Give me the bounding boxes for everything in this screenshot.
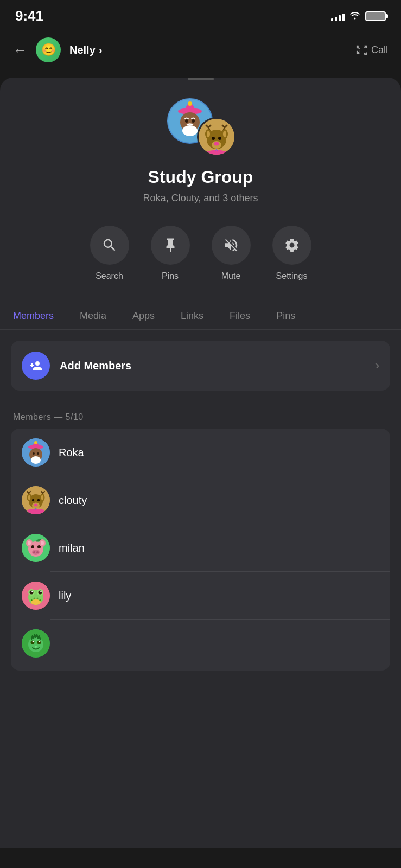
svg-point-62 [33, 641, 34, 642]
member-name-clouty: clouty [59, 494, 87, 507]
member-name-lily: lily [59, 590, 71, 602]
mute-action-icon [212, 226, 251, 265]
contact-name-row[interactable]: Nelly › [69, 44, 347, 56]
svg-point-64 [35, 646, 37, 648]
member-avatar-milan [22, 534, 50, 562]
deer-avatar-svg [199, 119, 234, 155]
modal-sheet: Study Group Roka, Clouty, and 3 others S… [0, 78, 401, 848]
tab-pins[interactable]: Pins [263, 303, 308, 329]
svg-point-52 [39, 591, 42, 595]
svg-point-25 [37, 452, 39, 455]
wifi-icon [349, 10, 361, 22]
tab-files[interactable]: Files [217, 303, 263, 329]
tab-apps[interactable]: Apps [119, 303, 168, 329]
members-list: Roka [11, 429, 390, 671]
svg-point-35 [34, 504, 38, 507]
svg-point-23 [31, 456, 41, 464]
svg-point-59 [28, 637, 43, 652]
member-avatar-last [22, 629, 50, 658]
settings-action-label: Settings [276, 271, 308, 281]
pins-action[interactable]: Pins [151, 226, 190, 281]
contact-avatar: 😊 [36, 37, 61, 62]
status-bar: 9:41 [0, 0, 401, 30]
drag-handle[interactable] [188, 78, 214, 80]
svg-point-14 [207, 131, 210, 137]
contact-name: Nelly [69, 44, 96, 56]
svg-point-53 [31, 591, 33, 592]
svg-point-24 [33, 452, 35, 455]
member-avatar-roka [22, 438, 50, 467]
pin-icon [162, 237, 179, 253]
svg-point-3 [188, 101, 192, 106]
add-members-card: Add Members › [11, 341, 390, 391]
tab-media[interactable]: Media [67, 303, 119, 329]
members-section-header: Members — 5/10 [0, 401, 401, 429]
member-name-roka: Roka [59, 446, 84, 459]
avatar-stack [166, 97, 236, 156]
settings-icon [284, 237, 300, 253]
settings-action-icon [272, 226, 311, 265]
svg-point-54 [40, 591, 41, 592]
call-button[interactable]: Call [356, 44, 388, 56]
svg-point-44 [28, 541, 31, 545]
svg-point-12 [218, 137, 221, 140]
settings-action[interactable]: Settings [272, 226, 311, 281]
svg-point-55 [34, 598, 35, 599]
battery-icon [365, 11, 386, 21]
member-name-milan: milan [59, 542, 85, 554]
member-row-milan[interactable]: milan [11, 524, 390, 572]
tab-links[interactable]: Links [168, 303, 217, 329]
svg-point-46 [41, 541, 44, 545]
chat-name-area: Nelly › [69, 44, 347, 56]
pins-action-label: Pins [162, 271, 179, 281]
svg-point-42 [36, 551, 39, 553]
svg-point-41 [33, 551, 35, 553]
search-action-icon [90, 226, 129, 265]
svg-point-17 [214, 142, 219, 146]
mute-action-label: Mute [221, 271, 241, 281]
member-row-clouty[interactable]: clouty [11, 476, 390, 524]
member-row-last[interactable] [11, 620, 390, 671]
quick-actions: Search Pins Mute [16, 226, 385, 281]
svg-point-63 [39, 641, 40, 642]
svg-point-32 [28, 495, 30, 500]
member-avatar-clouty [22, 486, 50, 514]
tabs-container: Members Media Apps Links Files Pins [0, 303, 401, 330]
svg-point-7 [192, 119, 195, 123]
chat-header: ← 😊 Nelly › Call [0, 30, 401, 70]
member-row-lily[interactable]: lily [11, 572, 390, 620]
status-icons [331, 10, 386, 22]
mute-action[interactable]: Mute [212, 226, 251, 281]
add-members-label: Add Members [60, 360, 366, 372]
svg-point-60 [31, 641, 35, 644]
svg-point-34 [41, 495, 43, 500]
svg-point-57 [31, 599, 41, 605]
status-time: 9:41 [15, 8, 43, 24]
svg-point-29 [32, 499, 34, 501]
back-button[interactable]: ← [13, 42, 27, 59]
add-members-chevron: › [375, 359, 379, 373]
mute-icon [223, 237, 239, 253]
group-name: Study Group [0, 167, 401, 187]
svg-point-11 [212, 137, 215, 140]
group-avatar-container [0, 97, 401, 156]
add-members-icon [22, 352, 50, 380]
svg-point-30 [37, 499, 40, 501]
group-avatar-secondary [197, 117, 236, 156]
svg-point-21 [34, 441, 37, 444]
chevron-icon: › [99, 44, 103, 56]
add-members-button[interactable]: Add Members › [11, 341, 390, 391]
search-action[interactable]: Search [90, 226, 129, 281]
search-action-label: Search [96, 271, 123, 281]
add-person-icon [29, 359, 42, 372]
tab-members[interactable]: Members [0, 303, 67, 329]
svg-point-6 [185, 119, 188, 123]
group-subtitle: Roka, Clouty, and 3 others [0, 193, 401, 204]
svg-point-61 [37, 641, 41, 644]
member-row-roka[interactable]: Roka [11, 429, 390, 476]
signal-icon [331, 11, 345, 21]
search-icon [101, 237, 118, 253]
svg-point-5 [182, 125, 198, 136]
svg-point-56 [37, 598, 39, 599]
svg-point-51 [30, 591, 34, 595]
